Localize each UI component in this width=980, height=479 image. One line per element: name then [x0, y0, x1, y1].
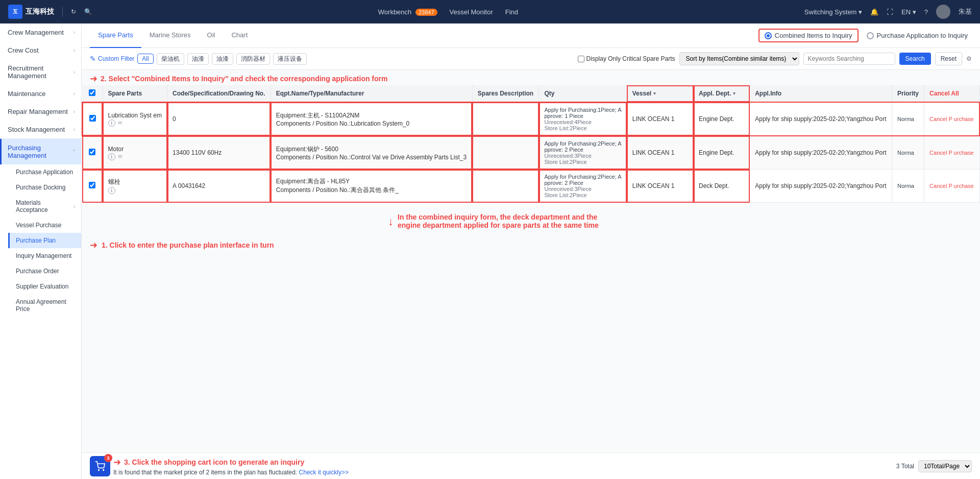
- sidebar-item-purchase-docking[interactable]: Purchase Docking: [8, 180, 81, 195]
- notification-icon[interactable]: 🔔: [870, 8, 878, 16]
- row3-info-icon[interactable]: ℹ: [108, 187, 115, 194]
- toolbar: ✎ Custom Filter All 柴油机 油漆 油漆 消防器材 液压设备 …: [82, 48, 980, 70]
- row3-checkbox[interactable]: [82, 170, 103, 203]
- row2-mail-icon[interactable]: ✉: [118, 154, 122, 159]
- filter-all[interactable]: All: [137, 54, 153, 64]
- sidebar-item-annual-agreement[interactable]: Annual Agreement Price: [8, 294, 81, 317]
- row1-vessel: LINK OCEAN 1: [627, 102, 693, 136]
- row2-cancel[interactable]: Cancel P urchase: [924, 136, 979, 170]
- avatar[interactable]: [936, 5, 950, 19]
- sidebar: Crew Management› Crew Cost› Recruitment …: [0, 23, 82, 479]
- row2-priority: Norma: [892, 136, 924, 170]
- nav-workbench[interactable]: Workbench 23847: [378, 8, 437, 16]
- table-row: Motor ℹ ✉ 13400 110V 60Hz Equipment:锅炉 -…: [82, 136, 979, 170]
- radio-tab-purchase-app[interactable]: Purchase Application to Inquiry: [867, 32, 968, 39]
- row3-cancel[interactable]: Cancel P urchase: [924, 170, 979, 203]
- nav-find[interactable]: Find: [505, 8, 518, 16]
- search-button[interactable]: Search: [899, 53, 931, 65]
- sidebar-item-crew-cost[interactable]: Crew Cost›: [0, 41, 81, 59]
- row1-info-icon[interactable]: ℹ: [108, 119, 115, 127]
- sidebar-sub-purchasing: Purchase Application Purchase Docking Ma…: [0, 164, 81, 317]
- sort-select[interactable]: Sort by Items(Combine similar items): [679, 52, 799, 65]
- switching-system-btn[interactable]: Switching System ▾: [804, 8, 862, 16]
- tab-marine-stores[interactable]: Marine Stores: [141, 23, 199, 48]
- sidebar-item-stock[interactable]: Stock Management›: [0, 121, 81, 138]
- bottom-right: 3 Total 10Total/Page: [896, 460, 972, 472]
- filter-tag-hydraulic[interactable]: 液压设备: [273, 53, 307, 65]
- row2-checkbox[interactable]: [82, 136, 103, 170]
- sidebar-item-purchase-application[interactable]: Purchase Application: [8, 164, 81, 180]
- username: 朱基: [959, 7, 972, 16]
- row3-vessel: LINK OCEAN 1: [627, 170, 693, 203]
- tab-oil[interactable]: Oil: [199, 23, 224, 48]
- settings-icon[interactable]: ⚙: [966, 55, 972, 62]
- reset-button[interactable]: Reset: [935, 52, 962, 65]
- custom-filter-btn[interactable]: ✎ Custom Filter: [90, 55, 134, 63]
- filter-tag-fire[interactable]: 消防器材: [236, 53, 270, 65]
- dept-filter-icon[interactable]: ▾: [733, 91, 736, 96]
- row3-code: A 00431642: [167, 170, 271, 203]
- row1-dept: Engine Dept.: [694, 102, 750, 136]
- tab-chart[interactable]: Chart: [223, 23, 256, 48]
- filter-tag-oil[interactable]: 油漆: [187, 53, 209, 65]
- main-table: Spare Parts Code/Specification/Drawing N…: [82, 85, 980, 203]
- navbar-left: 互 互海科技 ↻ 🔍: [8, 5, 92, 19]
- workbench-badge: 23847: [415, 9, 437, 16]
- navbar-right: Switching System ▾ 🔔 ⛶ EN ▾ ? 朱基: [804, 5, 972, 19]
- keywords-search-input[interactable]: [803, 53, 895, 65]
- check-link[interactable]: Check it quickly>>: [299, 469, 349, 476]
- filter-tag-paint[interactable]: 油漆: [212, 53, 233, 65]
- per-page-select[interactable]: 10Total/Page: [918, 460, 972, 472]
- row1-mail-icon[interactable]: ✉: [118, 120, 122, 126]
- row2-qty: Apply for Purchasing:2Piece; A pprove: 2…: [539, 136, 627, 170]
- sidebar-item-repair[interactable]: Repair Management›: [0, 103, 81, 121]
- sidebar-item-supplier-evaluation[interactable]: Supplier Evaluation: [8, 279, 81, 294]
- total-count: 3 Total: [896, 463, 914, 470]
- logo-icon: 互: [8, 5, 22, 19]
- th-desc: Spares Description: [472, 85, 539, 102]
- table-container: Spare Parts Code/Specification/Drawing N…: [82, 85, 980, 203]
- th-priority: Priority: [892, 85, 924, 102]
- row2-info-icon[interactable]: ℹ: [108, 153, 115, 160]
- sidebar-item-purchasing[interactable]: Purchasing Management˅: [0, 139, 81, 164]
- vessel-filter-icon[interactable]: ▾: [653, 91, 656, 96]
- nav-icon-home[interactable]: ↻: [71, 8, 76, 15]
- th-spare-parts: Spare Parts: [103, 85, 167, 102]
- layout: Crew Management› Crew Cost› Recruitment …: [0, 23, 980, 479]
- th-vessel: Vessel ▾: [627, 85, 693, 102]
- row2-dept: Engine Dept.: [694, 136, 750, 170]
- row1-checkbox[interactable]: [82, 102, 103, 136]
- row2-code: 13400 110V 60Hz: [167, 136, 271, 170]
- navbar: 互 互海科技 ↻ 🔍 Workbench 23847 Vessel Monito…: [0, 0, 980, 23]
- help-icon[interactable]: ?: [924, 8, 928, 16]
- sidebar-item-materials-acceptance[interactable]: Materials Acceptance›: [8, 195, 81, 218]
- shopping-cart-btn[interactable]: 3: [90, 456, 110, 476]
- sidebar-item-purchase-order[interactable]: Purchase Order: [8, 264, 81, 279]
- table-row: Lubrication Syst em ℹ ✉ 0 Equipment:主机 -…: [82, 102, 979, 136]
- th-checkbox: [82, 85, 103, 102]
- sidebar-item-vessel-purchase[interactable]: Vessel Purchase: [8, 218, 81, 233]
- select-all-checkbox[interactable]: [89, 89, 95, 96]
- toolbar-right: Display Only Critical Spare Parts Sort b…: [578, 52, 972, 65]
- language-selector[interactable]: EN ▾: [901, 8, 916, 16]
- sidebar-item-maintenance[interactable]: Maintenance›: [0, 85, 81, 103]
- svg-point-0: [99, 469, 100, 470]
- sidebar-item-crew-management[interactable]: Crew Management›: [0, 23, 81, 41]
- critical-spare-parts-checkbox[interactable]: Display Only Critical Spare Parts: [578, 55, 675, 62]
- critical-checkbox-input[interactable]: [578, 56, 584, 62]
- row2-desc: [472, 136, 539, 170]
- filter-tag-diesel[interactable]: 柴油机: [157, 53, 184, 65]
- radio-tab-combined[interactable]: Combined Items to Inquiry: [758, 29, 859, 42]
- sidebar-item-recruitment[interactable]: Recruitment Management›: [0, 59, 81, 85]
- nav-icon-search[interactable]: 🔍: [84, 8, 92, 15]
- tab-spare-parts[interactable]: Spare Parts: [90, 23, 141, 48]
- sidebar-item-inquiry-management[interactable]: Inquiry Management: [8, 248, 81, 264]
- tabs-bar: Spare Parts Marine Stores Oil Chart: [82, 23, 980, 48]
- row1-appl-info: Apply for ship supply:2025-02-20;Yangzho…: [750, 102, 892, 136]
- sidebar-item-purchase-plan[interactable]: Purchase Plan: [8, 233, 81, 248]
- th-cancel-all[interactable]: Cancel All: [924, 85, 979, 102]
- row1-cancel[interactable]: Cancel P urchase: [924, 102, 979, 136]
- row3-desc: [472, 170, 539, 203]
- fullscreen-icon[interactable]: ⛶: [887, 8, 893, 16]
- nav-vessel-monitor[interactable]: Vessel Monitor: [450, 8, 493, 16]
